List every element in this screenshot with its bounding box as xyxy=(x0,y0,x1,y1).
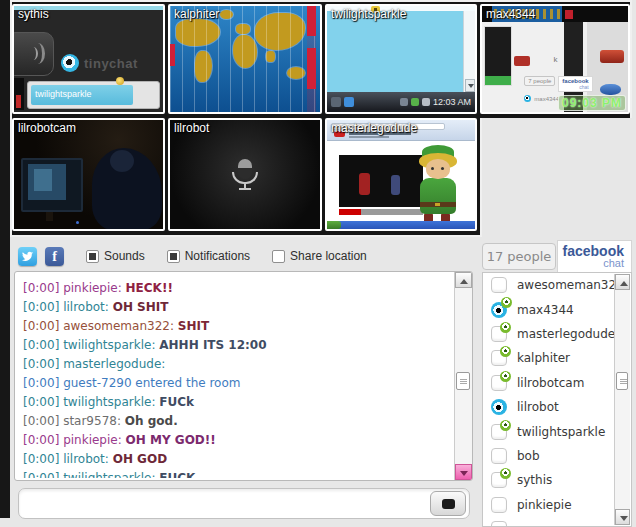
chat-toolbar: f Sounds Notifications Share location xyxy=(18,245,367,267)
speech-bubble-icon xyxy=(442,499,455,509)
mini-camera-dot-icon xyxy=(116,77,124,85)
broadcast-icon xyxy=(491,399,507,415)
masterlegodude-screenshare-preview xyxy=(327,120,475,229)
video-label: twilightsparkle xyxy=(331,7,406,21)
roster-scroll-up-button[interactable] xyxy=(615,274,630,290)
camera-badge-icon xyxy=(491,424,507,440)
roster-user[interactable]: pinkiepie xyxy=(483,493,614,517)
tinychat-logo-text: tinychat xyxy=(84,56,138,71)
notifications-checkbox[interactable] xyxy=(167,250,180,263)
video-label: max4344 xyxy=(486,7,535,21)
sounds-checkbox-group[interactable]: Sounds xyxy=(86,249,145,263)
nested-taskbar: 12:03 AM xyxy=(327,92,475,112)
chat-scroll-thumb[interactable] xyxy=(456,372,470,390)
nested-username: max4344 xyxy=(534,96,559,102)
video-tile-sythis[interactable]: tinychat twilightsparkle sythis xyxy=(12,4,165,114)
user-status-icon xyxy=(491,448,507,464)
chat-message: [0:00] pinkiepie: HECK!! xyxy=(23,279,450,298)
roster-user[interactable]: bob xyxy=(483,444,614,468)
chat-message: [0:00] twilightsparkle: FUCk xyxy=(23,393,450,412)
chat-input[interactable] xyxy=(25,491,423,516)
link-figurine xyxy=(407,145,471,231)
roster-user[interactable]: max4344 xyxy=(483,297,614,321)
mini-window-title: twilightsparkle xyxy=(31,85,133,105)
nested-scrollbar xyxy=(463,11,475,92)
chat-scrollbar[interactable] xyxy=(454,272,472,480)
microphone-icon xyxy=(232,159,258,190)
camera-badge-icon xyxy=(491,350,507,366)
chat-message: [0:00] awesomeman322: SHIT xyxy=(23,317,450,336)
chat-message: [0:00] pinkiepie: OH MY GOD!! xyxy=(23,431,450,450)
notifications-label: Notifications xyxy=(185,249,250,263)
roster-scroll-thumb[interactable] xyxy=(616,372,628,390)
camera-badge-icon xyxy=(491,472,507,488)
chat-status-message: [0:00] guest-7290 entered the room xyxy=(23,374,450,393)
roster-user[interactable]: kalphiter xyxy=(483,346,614,370)
roster-user[interactable]: sythis xyxy=(483,468,614,492)
notifications-checkbox-group[interactable]: Notifications xyxy=(167,249,250,263)
tinychat-q-icon xyxy=(61,54,79,72)
video-tile-masterlegodude[interactable]: masterlegodude xyxy=(325,118,477,231)
roster-scrollbar[interactable] xyxy=(614,274,630,525)
roster-user[interactable]: lilrobotcam xyxy=(483,371,614,395)
chat-message: [0:00] twilightsparkle: AHHH ITS 12:00 xyxy=(23,336,450,355)
twilightsparkle-screenshare-preview: 12:03 AM xyxy=(327,6,475,112)
twitter-share-icon[interactable] xyxy=(18,247,37,266)
roster-user[interactable]: awesomeman322 xyxy=(483,273,614,297)
share-location-label: Share location xyxy=(290,249,367,263)
sythis-mini-window: twilightsparkle xyxy=(27,81,160,109)
send-message-button[interactable] xyxy=(430,491,466,516)
overlay-clock: 09:03 PM xyxy=(558,95,626,111)
facebook-tab-title: facebook xyxy=(558,244,624,258)
nested-tinychat-icon xyxy=(524,95,531,102)
video-tile-max4344[interactable]: k 7 people facebookchat max4344 09:03 PM… xyxy=(480,4,630,114)
video-tile-lilrobot[interactable]: lilrobot xyxy=(168,118,322,231)
max4344-screenshare-preview: k 7 people facebookchat max4344 09:03 PM xyxy=(482,6,628,112)
video-tile-lilrobotcam[interactable]: lilrobotcam xyxy=(12,118,165,231)
page-left-dark-edge xyxy=(0,0,10,518)
roster-user[interactable]: masterlegodude xyxy=(483,322,614,346)
chat-scroll-up-button[interactable] xyxy=(455,272,472,288)
video-tile-kalphiter[interactable]: kalphiter xyxy=(168,4,322,114)
roster-user[interactable]: lilrobot xyxy=(483,395,614,419)
roster-user-clipped[interactable] xyxy=(483,517,614,527)
camera-badge-icon xyxy=(491,375,507,391)
kalphiter-timezone-map-preview xyxy=(170,6,320,112)
chat-message-list: [0:00] pinkiepie: HECK!! [0:00] lilrobot… xyxy=(23,279,450,478)
user-status-icon xyxy=(491,497,507,513)
speaker-volume-icon xyxy=(12,32,54,76)
lilrobotcam-webcam-preview xyxy=(14,120,163,229)
roster-user[interactable]: twilightsparkle xyxy=(483,419,614,443)
video-label: kalphiter xyxy=(174,7,219,21)
chat-message: [0:00] masterlegodude: xyxy=(23,355,450,374)
user-status-icon xyxy=(491,521,507,527)
sythis-screenshare-preview: tinychat twilightsparkle xyxy=(14,6,163,112)
roster-scroll-down-button[interactable] xyxy=(615,509,630,525)
video-label: lilrobotcam xyxy=(18,121,76,135)
lilrobot-audio-preview xyxy=(170,120,320,229)
chat-message: [0:00] lilrobot: OH SHIT xyxy=(23,298,450,317)
taskbar-clock: 12:03 AM xyxy=(433,97,471,107)
sounds-checkbox[interactable] xyxy=(86,250,99,263)
camera-badge-icon xyxy=(491,326,507,342)
chat-message: [0:00] lilrobot: OH GOD xyxy=(23,450,450,469)
chat-input-container xyxy=(18,488,470,519)
nested-people-tab: 7 people xyxy=(524,76,555,86)
sounds-label: Sounds xyxy=(104,249,145,263)
video-label: sythis xyxy=(18,7,49,21)
share-location-checkbox-group[interactable]: Share location xyxy=(272,249,367,263)
video-label: lilrobot xyxy=(174,121,209,135)
video-tile-twilightsparkle[interactable]: 12:03 AM twilightsparkle xyxy=(325,4,477,114)
user-status-icon xyxy=(491,277,507,293)
tinychat-logo: tinychat xyxy=(61,54,138,72)
facebook-share-icon[interactable]: f xyxy=(45,247,64,266)
chat-message: [0:00] twilightsparkle: FUCK xyxy=(23,469,450,478)
tab-people-count[interactable]: 17 people xyxy=(482,243,556,270)
chat-message-box: [0:00] pinkiepie: HECK!! [0:00] lilrobot… xyxy=(14,271,473,481)
video-label: masterlegodude xyxy=(331,121,417,135)
share-location-checkbox[interactable] xyxy=(272,250,285,263)
chat-scroll-down-button[interactable] xyxy=(455,464,472,480)
user-roster: awesomeman322 max4344 masterlegodude kal… xyxy=(482,272,632,527)
tab-facebook-chat[interactable]: facebook chat xyxy=(557,240,632,272)
chat-message: [0:00] star9578: Oh god. xyxy=(23,412,450,431)
